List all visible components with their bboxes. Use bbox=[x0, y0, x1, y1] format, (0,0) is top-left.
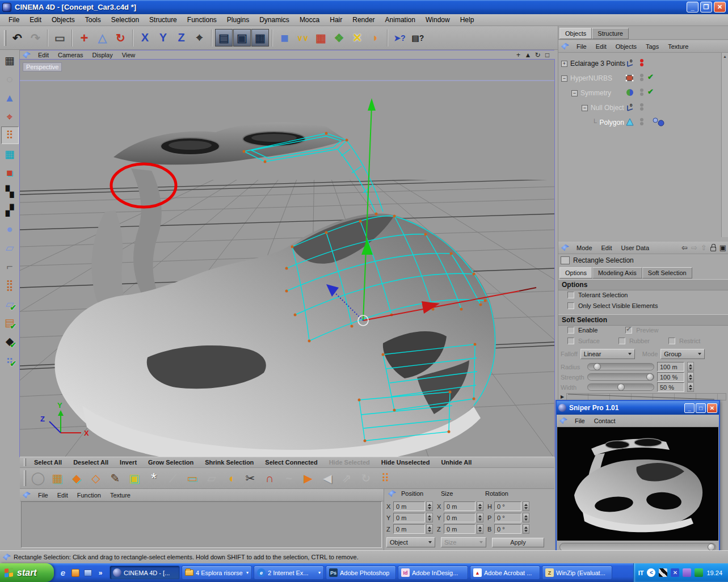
falloff-curve[interactable] bbox=[566, 393, 726, 400]
mat-menu-function[interactable]: Function bbox=[73, 492, 106, 499]
enable-checkbox[interactable] bbox=[567, 327, 574, 334]
texture-mode-icon[interactable]: ▚ bbox=[1, 183, 19, 200]
viewport-canvas[interactable]: Y X Z bbox=[20, 60, 554, 457]
menu-functions[interactable]: Functions bbox=[182, 15, 222, 25]
strength-slider[interactable] bbox=[587, 373, 654, 381]
width-spinner[interactable] bbox=[687, 382, 694, 392]
tolerant-selection-row[interactable]: Tolerant Selection bbox=[567, 292, 628, 298]
rubber-checkbox[interactable] bbox=[618, 338, 625, 344]
menu-selection[interactable]: Selection bbox=[106, 15, 144, 25]
tree-row-polygon[interactable]: └ Polygon bbox=[592, 116, 720, 129]
strength-spinner[interactable] bbox=[687, 372, 694, 382]
quicklaunch-ie-icon[interactable]: e bbox=[57, 567, 69, 579]
hide-unselected-button[interactable]: Hide Unselected bbox=[376, 459, 435, 466]
extrude-icon[interactable]: ◆ bbox=[68, 470, 86, 487]
am-menu-mode[interactable]: Mode bbox=[572, 244, 597, 251]
taskbar-task-internet[interactable]: e 2 Internet Ex... ▾ bbox=[254, 566, 324, 580]
sniper-close-button[interactable]: ✕ bbox=[707, 403, 717, 413]
menu-animation[interactable]: Animation bbox=[380, 15, 420, 25]
model-library-icon[interactable]: ◌ bbox=[1, 70, 19, 88]
size-mode-dropdown[interactable]: Size bbox=[441, 537, 486, 547]
mat-menu-texture[interactable]: Texture bbox=[106, 492, 135, 499]
menu-hair[interactable]: Hair bbox=[325, 15, 347, 25]
viewport-menu-view[interactable]: View bbox=[117, 52, 140, 58]
polygons-mode-icon[interactable]: ■ bbox=[1, 164, 19, 182]
points-mode-icon[interactable]: ⠿ bbox=[1, 126, 19, 144]
sniper-menu-file[interactable]: File bbox=[570, 417, 590, 424]
enable-dots[interactable] bbox=[640, 73, 643, 82]
tray-clock[interactable]: 19.24 bbox=[706, 570, 722, 576]
radius-slider[interactable] bbox=[587, 363, 654, 370]
history-forward-icon[interactable]: ⇨ bbox=[691, 243, 697, 252]
falloff-dropdown[interactable]: Linear bbox=[580, 349, 635, 359]
menu-help[interactable]: Help bbox=[455, 15, 479, 25]
only-visible-row[interactable]: Only Select Visible Elements bbox=[567, 302, 658, 309]
panel-pin-icon[interactable] bbox=[23, 52, 31, 58]
add-hypernurbs-icon[interactable]: ▦ bbox=[312, 29, 330, 47]
spinner[interactable] bbox=[426, 513, 433, 522]
width-value[interactable]: 50 % bbox=[657, 382, 684, 392]
tree-row-eclairage[interactable]: + Eclairage 3 Points 0 bbox=[561, 57, 720, 70]
menu-file[interactable]: File bbox=[3, 15, 24, 25]
tree-item-label[interactable]: Eclairage 3 Points bbox=[570, 60, 625, 68]
tree-expander[interactable]: − bbox=[571, 90, 578, 96]
tolerant-selection-checkbox[interactable] bbox=[567, 292, 574, 298]
viewport-menu-cameras[interactable]: Cameras bbox=[53, 52, 88, 58]
tree-scrollbar[interactable]: ▲ bbox=[721, 53, 728, 237]
lock-x-axis-icon[interactable]: X bbox=[136, 29, 154, 47]
panel-pin-icon[interactable] bbox=[3, 554, 11, 560]
magnet-icon[interactable]: ∩ bbox=[260, 470, 279, 487]
edges-mode-icon[interactable]: ▦ bbox=[1, 145, 19, 163]
tree-row-null-object[interactable]: − Null Object 0 bbox=[582, 102, 720, 114]
om-menu-objects[interactable]: Objects bbox=[611, 43, 641, 50]
tree-item-label[interactable]: Null Object bbox=[591, 104, 624, 112]
render-settings-icon[interactable]: ▦ bbox=[251, 29, 269, 47]
rotation-b-field[interactable]: 0 ° bbox=[494, 524, 521, 534]
close-button[interactable]: ✕ bbox=[714, 2, 726, 12]
command-help-icon[interactable]: ▤? bbox=[409, 29, 427, 47]
lock-z-axis-icon[interactable]: Z bbox=[172, 29, 190, 47]
radius-spinner[interactable] bbox=[687, 362, 694, 372]
toggle-box-icon[interactable]: ▤✔ bbox=[1, 314, 19, 331]
kinematics-icon[interactable]: ⌐ bbox=[1, 258, 19, 275]
taskbar-task-photoshop[interactable]: Ps Adobe Photoshop bbox=[326, 566, 396, 580]
history-back-icon[interactable]: ⇦ bbox=[681, 243, 688, 252]
weld-icon[interactable]: ⟋ bbox=[164, 470, 182, 487]
model-mode-icon[interactable]: ▲ bbox=[1, 89, 19, 107]
tree-expander[interactable]: − bbox=[561, 75, 567, 82]
taskbar-task-acrobat[interactable]: ▲ Adobe Acrobat ... bbox=[470, 566, 540, 580]
deselect-all-button[interactable]: Deselect All bbox=[68, 459, 113, 466]
tree-item-label[interactable]: Polygon bbox=[600, 119, 624, 126]
om-menu-texture[interactable]: Texture bbox=[663, 43, 693, 50]
sniper-maximize-button[interactable]: □ bbox=[696, 403, 706, 413]
enable-dots[interactable] bbox=[640, 117, 643, 126]
tab-soft-selection[interactable]: Soft Selection bbox=[642, 267, 692, 279]
snap-settings-icon[interactable]: ⣿ bbox=[1, 276, 19, 294]
panel-pin-icon[interactable] bbox=[388, 490, 396, 497]
am-menu-edit[interactable]: Edit bbox=[597, 244, 617, 251]
rotate-view-icon[interactable]: ↻ bbox=[533, 51, 542, 60]
taskbar-task-esplora[interactable]: 4 Esplora risorse ▾ bbox=[182, 566, 252, 580]
menu-structure[interactable]: Structure bbox=[144, 15, 182, 25]
add-array-icon[interactable]: ❖ bbox=[330, 29, 348, 47]
only-visible-checkbox[interactable] bbox=[567, 302, 574, 309]
select-connected-button[interactable]: Select Connected bbox=[260, 459, 322, 466]
render-picture-viewer-icon[interactable]: ▣ bbox=[233, 29, 251, 47]
apply-button[interactable]: Apply bbox=[492, 538, 544, 547]
render-view-icon[interactable]: ▤ bbox=[215, 29, 233, 47]
add-deformer-icon[interactable]: ◗ bbox=[367, 29, 384, 47]
create-polygon-icon[interactable]: * bbox=[145, 470, 163, 487]
taskbar-task-cinema4d[interactable]: CINEMA 4D - [... bbox=[110, 566, 180, 580]
spinner[interactable] bbox=[523, 513, 529, 522]
taskbar-task-indesign[interactable]: Id Adobe InDesig... bbox=[398, 566, 468, 580]
array-tool-icon[interactable]: ⇗ bbox=[338, 470, 356, 487]
tray-volume-icon[interactable] bbox=[683, 568, 691, 577]
knife-icon[interactable]: ✂ bbox=[241, 470, 259, 487]
menu-plugins[interactable]: Plugins bbox=[222, 15, 254, 25]
object-mode-dropdown[interactable]: Object bbox=[386, 537, 435, 547]
tab-modeling-axis[interactable]: Modeling Axis bbox=[592, 267, 642, 279]
rotation-h-field[interactable]: 0 ° bbox=[494, 501, 521, 511]
toggle-particles-icon[interactable]: ⠶✔ bbox=[1, 351, 19, 369]
om-menu-edit[interactable]: Edit bbox=[591, 43, 611, 50]
add-symmetry-icon[interactable]: × bbox=[348, 29, 366, 47]
